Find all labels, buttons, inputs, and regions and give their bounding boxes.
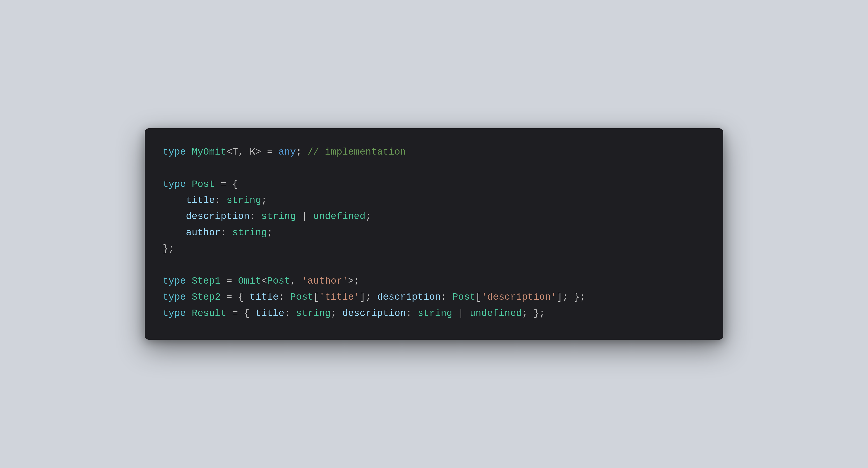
code-token: [ bbox=[475, 292, 482, 303]
code-token: author bbox=[186, 227, 221, 238]
code-token: 'author' bbox=[302, 276, 348, 286]
code-token: description bbox=[342, 308, 406, 319]
code-token: string bbox=[418, 308, 453, 319]
code-token: , bbox=[290, 276, 302, 286]
code-token: 'description' bbox=[481, 292, 557, 303]
code-token: ; bbox=[267, 227, 273, 238]
code-token: Step1 bbox=[192, 276, 221, 286]
code-token: : bbox=[215, 195, 226, 206]
code-token: type bbox=[163, 292, 192, 303]
code-token: string bbox=[261, 211, 296, 222]
code-empty-line bbox=[163, 257, 705, 273]
code-token: type bbox=[163, 276, 192, 286]
code-token: : bbox=[221, 227, 232, 238]
code-block: type MyOmit<T, K> = any; // implementati… bbox=[163, 144, 705, 321]
code-token: ; bbox=[296, 147, 307, 157]
code-token: : bbox=[279, 292, 290, 303]
code-token: >; bbox=[348, 276, 360, 286]
code-line: type Step2 = { title: Post['title']; des… bbox=[163, 289, 705, 305]
code-token: string bbox=[232, 227, 267, 238]
code-token: title bbox=[186, 195, 215, 206]
code-token: = { bbox=[226, 308, 255, 319]
code-token: Post bbox=[192, 179, 215, 190]
code-token: < bbox=[261, 276, 267, 286]
code-token: [ bbox=[313, 292, 319, 303]
code-token: Omit bbox=[238, 276, 261, 286]
code-token: Result bbox=[192, 308, 226, 319]
code-token: any bbox=[279, 147, 296, 157]
code-token: MyOmit bbox=[192, 147, 226, 157]
code-token: description bbox=[186, 211, 250, 222]
code-token: : bbox=[250, 211, 261, 222]
code-line: type MyOmit<T, K> = any; // implementati… bbox=[163, 144, 705, 160]
code-token: <T, K> = bbox=[226, 147, 279, 157]
code-token: ; bbox=[261, 195, 267, 206]
code-token: undefined bbox=[470, 308, 522, 319]
code-token: : bbox=[284, 308, 296, 319]
code-token: ]; bbox=[360, 292, 377, 303]
code-token: ; bbox=[331, 308, 342, 319]
code-token: type bbox=[163, 147, 192, 157]
code-token: string bbox=[226, 195, 261, 206]
code-token: = { bbox=[215, 179, 238, 190]
code-token: : bbox=[406, 308, 417, 319]
code-token: title bbox=[250, 292, 278, 303]
code-token: ]; }; bbox=[557, 292, 586, 303]
code-line: type Post = { bbox=[163, 177, 705, 192]
code-token: = bbox=[221, 276, 238, 286]
code-line: }; bbox=[163, 241, 705, 257]
code-line: type Result = { title: string; descripti… bbox=[163, 306, 705, 321]
code-window: type MyOmit<T, K> = any; // implementati… bbox=[145, 128, 723, 340]
code-token: | bbox=[296, 211, 313, 222]
code-token: type bbox=[163, 179, 192, 190]
code-token: type bbox=[163, 308, 192, 319]
code-token: // implementation bbox=[308, 147, 406, 157]
code-token: 'title' bbox=[319, 292, 360, 303]
code-token: Post bbox=[452, 292, 475, 303]
code-line: title: string; bbox=[163, 192, 705, 209]
code-token: }; bbox=[163, 243, 174, 254]
code-token: description bbox=[377, 292, 441, 303]
code-token: | bbox=[452, 308, 470, 319]
code-token: title bbox=[255, 308, 284, 319]
code-token: ; bbox=[366, 211, 371, 222]
code-token: Step2 bbox=[192, 292, 221, 303]
code-token: Post bbox=[290, 292, 313, 303]
code-token: Post bbox=[267, 276, 290, 286]
code-token: : bbox=[441, 292, 452, 303]
code-token: undefined bbox=[313, 211, 366, 222]
code-token: ; }; bbox=[522, 308, 545, 319]
code-token: = { bbox=[221, 292, 250, 303]
code-line: author: string; bbox=[163, 225, 705, 241]
code-line: type Step1 = Omit<Post, 'author'>; bbox=[163, 273, 705, 289]
code-token: string bbox=[296, 308, 331, 319]
code-empty-line bbox=[163, 160, 705, 176]
code-line: description: string | undefined; bbox=[163, 209, 705, 225]
